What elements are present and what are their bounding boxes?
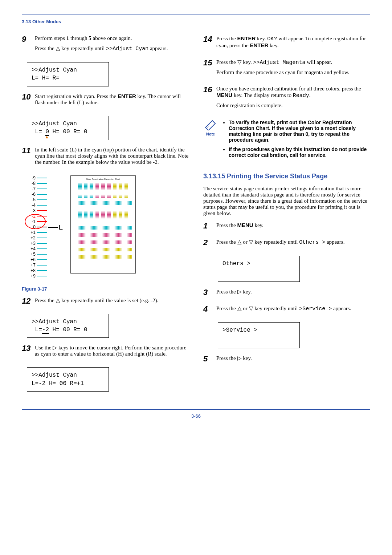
text: Once you have completed calibration for … <box>216 86 361 92</box>
text: ENTER <box>250 42 268 48</box>
text: keys to move the cursor right. Perform t… <box>35 345 186 357</box>
text: key. <box>256 36 267 41</box>
step-13: 13 Use the keys to move the cursor right… <box>22 344 189 361</box>
step-3: 3 Press the key. <box>203 288 370 299</box>
text: key. The display returns to <box>232 92 293 98</box>
text: 5 <box>89 35 91 41</box>
tick <box>37 194 47 195</box>
step-5-num: 5 <box>203 355 216 365</box>
text: appears. <box>325 239 344 245</box>
text: Press the <box>216 355 237 361</box>
step-1-body: Press the MENU key. <box>216 222 370 232</box>
text: key. <box>253 222 264 228</box>
text: Press the <box>35 297 56 303</box>
tick-label: -4 <box>27 203 36 208</box>
tick-label: -3 <box>27 208 36 214</box>
lcd-line: L=-2 H= 00 R=+1 <box>32 380 104 388</box>
note-bullet: To varify the result, print out the Colo… <box>229 119 370 143</box>
text: Start registration with cyan. Press the <box>35 93 118 99</box>
note-icon: Note <box>203 119 218 162</box>
text: Use the <box>35 345 53 351</box>
step-11: 11 In the left scale (L) in the cyan (to… <box>22 147 189 169</box>
tick <box>37 183 47 184</box>
text: Press the <box>216 222 237 228</box>
lcd-line: >>Adjust Cyan <box>32 66 104 74</box>
text: or <box>242 305 249 311</box>
text: Press the <box>216 305 237 311</box>
tick-label: +1 <box>27 230 36 235</box>
lcd-line: >>Adjust Cyan <box>32 371 104 379</box>
tick-label: +4 <box>27 246 36 252</box>
up-triangle-icon <box>237 239 242 245</box>
step-4-body: Press the or key repeatedly until >Servi… <box>216 305 370 316</box>
tick <box>37 199 47 200</box>
lcd-line: >>Adjust Cyan <box>32 318 104 326</box>
step-10-num: 10 <box>22 93 35 109</box>
lcd-display-2: >>Adjust Cyan L= 0▲ H= 00 R= 0 <box>27 116 109 140</box>
tick-label: +7 <box>27 263 36 268</box>
step-1: 1 Press the MENU key. <box>203 222 370 232</box>
text: Ready <box>293 93 309 99</box>
step-16-num: 16 <box>203 86 216 112</box>
step-9-num: 9 <box>22 35 35 56</box>
lcd-line: Others > <box>222 260 295 268</box>
step-3-body: Press the key. <box>216 288 370 299</box>
step-11-num: 11 <box>22 147 35 169</box>
scale-L-label: L <box>59 225 63 230</box>
text: Others > <box>299 239 325 246</box>
tick <box>37 189 47 189</box>
text: Press the <box>216 59 237 65</box>
lcd-display-3: >>Adjust Cyan L=-2 H= 00 R= 0 <box>27 314 109 338</box>
step-10-body: Start registration with cyan. Press the … <box>35 93 189 109</box>
step-5: 5 Press the key. <box>203 355 370 365</box>
chart-thumbnail: Color Registration Correction Chart <box>70 175 136 274</box>
top-rule <box>22 15 370 15</box>
down-triangle-icon <box>249 239 253 245</box>
tick <box>37 270 47 271</box>
step-16-body: Once you have completed calibration for … <box>216 86 370 112</box>
lcd-display-5: Others > <box>218 256 300 282</box>
text: ENTER <box>237 35 256 41</box>
tick <box>37 276 47 276</box>
step-10: 10 Start registration with cyan. Press t… <box>22 93 189 109</box>
tick <box>37 265 47 266</box>
text: or <box>242 239 249 245</box>
note-bullet: If the procedures given by this instruct… <box>229 146 370 158</box>
step-15-num: 15 <box>203 59 216 79</box>
chart-tiny-title: Color Registration Correction Chart <box>74 178 132 180</box>
lcd-line: >>Adjust Cyan <box>32 120 104 128</box>
up-triangle-icon <box>56 297 60 303</box>
step-2: 2 Press the or key repeatedly until Othe… <box>203 239 370 249</box>
tick <box>37 178 47 178</box>
step-4: 4 Press the or key repeatedly until >Ser… <box>203 305 370 316</box>
main-columns: 9 Perform steps 1 through 5 above once a… <box>22 35 370 398</box>
tick-label: +6 <box>27 257 36 263</box>
text: above once again. <box>91 35 132 41</box>
right-triangle-icon <box>53 345 57 351</box>
step-14: 14 Press the ENTER key. OK? will appear.… <box>203 35 370 52</box>
note-block: Note To varify the result, print out the… <box>203 119 370 162</box>
text: key repeatedly until <box>253 305 299 311</box>
right-column: 14 Press the ENTER key. OK? will appear.… <box>203 35 370 398</box>
step-2-body: Press the or key repeatedly until Others… <box>216 239 370 249</box>
step-16: 16 Once you have completed calibration f… <box>203 86 370 112</box>
step-14-body: Press the ENTER key. OK? will appear. To… <box>216 35 370 52</box>
step-2-num: 2 <box>203 239 216 249</box>
step-13-body: Use the keys to move the cursor right. P… <box>35 344 189 361</box>
up-triangle-icon <box>56 45 60 51</box>
text: Press the <box>216 289 237 295</box>
tick-label: -7 <box>27 186 36 192</box>
step-3-num: 3 <box>203 288 216 299</box>
text: >>Adjust Magenta <box>253 60 305 66</box>
text: through <box>69 35 89 41</box>
text: appears. <box>148 45 168 51</box>
lcd-display-4: >>Adjust Cyan L=-2 H= 00 R=+1 <box>27 367 109 392</box>
subsection-title: 3.13.15 Printing the Service Status Page <box>203 173 370 180</box>
page-number: 3-66 <box>22 413 370 419</box>
text: Press the <box>35 45 56 51</box>
tick <box>37 232 47 233</box>
text: >Service > <box>299 306 332 312</box>
tick-label: -6 <box>27 192 36 197</box>
tick-label: -9 <box>27 175 36 181</box>
text: key. <box>242 289 252 295</box>
